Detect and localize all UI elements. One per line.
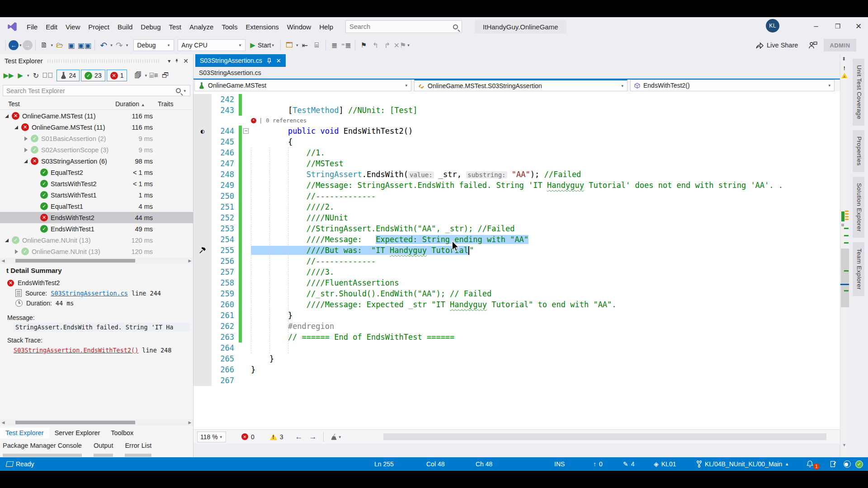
menu-extensions[interactable]: Extensions: [241, 21, 283, 33]
class-dropdown[interactable]: OnlineGame.MSTest.S03StringAssertion ▾: [414, 80, 627, 91]
test-explorer-search-input[interactable]: Search Test Explorer ▾: [3, 85, 190, 96]
column-duration[interactable]: Duration ▲: [115, 100, 145, 108]
scrollbar-thumb[interactable]: [15, 259, 135, 263]
save-all-icon[interactable]: ▣▣: [78, 39, 91, 51]
navigate-backward-icon[interactable]: ←: [295, 432, 303, 441]
cancel-run-icon[interactable]: ▶⃠: [42, 70, 53, 81]
search-icon[interactable]: [176, 88, 181, 93]
expander-icon[interactable]: [23, 160, 29, 163]
test-tree-row[interactable]: ✓EndsWithTest149 ms: [0, 223, 193, 235]
bottom-tab-toolbox[interactable]: Toolbox: [105, 427, 139, 438]
side-tab-solution-explorer[interactable]: Solution Explorer: [853, 177, 864, 238]
code-text[interactable]: ////3.: [251, 267, 334, 277]
open-file-icon[interactable]: 🗁: [54, 39, 65, 51]
side-tab-properties[interactable]: Properties: [853, 130, 864, 172]
branch-indicator[interactable]: KL/04B_NUnit_KL/00_Main ▲: [696, 457, 789, 471]
test-tree-row[interactable]: ✕OnlineGame.MSTest (11)116 ms: [0, 122, 193, 133]
scroll-left-icon[interactable]: ◀: [0, 258, 6, 263]
code-text[interactable]: }: [251, 310, 292, 321]
find-caret-icon[interactable]: ▾: [296, 43, 298, 47]
test-tree-row[interactable]: ✕OnlineGame.MSTest (11)116 ms: [0, 110, 193, 122]
navigate-back-icon[interactable]: ←: [9, 40, 19, 50]
pending-changes[interactable]: ✎ 4: [623, 457, 635, 471]
code-line[interactable]: 256 //-------------: [193, 256, 840, 267]
restore-button[interactable]: ❐: [827, 17, 848, 35]
menu-help[interactable]: Help: [315, 21, 337, 33]
code-line[interactable]: 246 //1.: [193, 147, 840, 158]
fold-margin[interactable]: −: [242, 126, 251, 136]
column-indicator[interactable]: Col 48: [426, 457, 444, 471]
code-line[interactable]: 260 ////Message: Expected _str "IT Handy…: [193, 299, 840, 310]
scroll-down-icon[interactable]: ▼: [842, 443, 846, 447]
run-caret-icon[interactable]: ▾: [27, 73, 29, 78]
code-text[interactable]: }: [251, 353, 274, 364]
live-share-button[interactable]: Live Share: [756, 42, 798, 49]
code-line[interactable]: 252 ////NUnit: [193, 212, 840, 223]
close-panel-icon[interactable]: ✕: [183, 57, 189, 65]
menu-edit[interactable]: Edit: [42, 21, 61, 33]
code-line[interactable]: 251 ////2.: [193, 202, 840, 212]
zoom-dropdown[interactable]: 118 % ▾: [197, 432, 226, 442]
close-tab-icon[interactable]: ✕: [276, 57, 281, 64]
code-line[interactable]: 261 }: [193, 310, 840, 321]
column-test[interactable]: Test: [8, 100, 20, 108]
back-caret-icon[interactable]: ▾: [19, 43, 22, 47]
side-tab-team-explorer[interactable]: Team Explorer: [853, 242, 864, 296]
autohide-tab-package-manager-console[interactable]: Package Manager Console: [3, 442, 82, 451]
code-line[interactable]: 258 ////FluentAssertions: [193, 277, 840, 288]
scroll-up-icon[interactable]: ▲: [842, 74, 846, 79]
run-all-tests-icon[interactable]: ▶▶: [3, 70, 14, 81]
line-indicator[interactable]: Ln 255: [374, 457, 394, 471]
member-dropdown[interactable]: EndsWithTest2() ▾: [630, 80, 835, 91]
code-text[interactable]: ////Message: Expected: String ending wit…: [251, 234, 528, 245]
code-line[interactable]: 267: [193, 375, 840, 386]
feedback-person-icon[interactable]: [808, 41, 817, 49]
code-text[interactable]: {: [251, 136, 292, 147]
test-tree-row[interactable]: ✓S01BasicAssertion (2)9 ms: [0, 133, 193, 144]
pin-icon[interactable]: 🖈: [174, 58, 179, 64]
run-test-icon[interactable]: ▶: [15, 70, 26, 81]
comment-icon[interactable]: ⁼≣: [341, 39, 352, 51]
code-line[interactable]: 249 //Message: StringAssert.EndsWith fai…: [193, 180, 840, 191]
find-in-files-icon[interactable]: 🗔: [284, 39, 295, 51]
layers-icon[interactable]: 🗗: [160, 70, 171, 81]
prev-bookmark-icon[interactable]: ↰: [370, 39, 381, 51]
test-tree-row[interactable]: ✕S03StringAssertion (6)98 ms: [0, 155, 193, 167]
playlist-caret-icon[interactable]: ▾: [145, 73, 147, 78]
indent-icon[interactable]: ≣: [329, 39, 340, 51]
document-tab[interactable]: S03StringAssertion.cs ✕: [195, 54, 286, 67]
cleanup-caret-icon[interactable]: ▾: [339, 435, 341, 439]
expander-icon[interactable]: [4, 239, 10, 242]
clear-bookmarks-icon[interactable]: ✕⚑: [394, 39, 406, 51]
code-line[interactable]: 253 //StringAssert.EndsWith("AA", _str);…: [193, 223, 840, 234]
menu-build[interactable]: Build: [113, 21, 137, 33]
bookmark-icon[interactable]: ⚑: [359, 39, 369, 51]
collapse-icon[interactable]: −: [243, 128, 249, 134]
bottom-tab-server-explorer[interactable]: Server Explorer: [49, 427, 106, 438]
search-input[interactable]: Search: [345, 20, 462, 33]
test-tree-row[interactable]: ✕EndsWithTest244 ms: [0, 212, 193, 223]
code-line[interactable]: 262 #endregion: [193, 321, 840, 332]
start-debug-button[interactable]: ▶ Start ▾: [250, 41, 275, 49]
source-link[interactable]: S03StringAssertion.cs: [51, 290, 128, 297]
passed-tests-filter[interactable]: ✓ 23: [81, 70, 105, 81]
sync-status[interactable]: ✓: [855, 457, 863, 471]
code-text[interactable]: ////But was: "IT Handyguy Tutorial": [251, 245, 474, 256]
admin-button[interactable]: ADMIN: [824, 39, 856, 52]
redo-icon[interactable]: ↷: [114, 39, 125, 51]
pin-icon[interactable]: [267, 58, 272, 64]
expander-icon[interactable]: [23, 136, 29, 141]
expander-icon[interactable]: [4, 114, 10, 118]
autohide-tab-output[interactable]: Output: [94, 442, 113, 451]
code-line[interactable]: ◐244− public void EndsWithTest2(): [193, 126, 840, 136]
code-line[interactable]: 242: [193, 94, 840, 105]
failed-tests-filter[interactable]: ✕ 1: [107, 70, 127, 81]
horizontal-scrollbar-thumb[interactable]: [383, 433, 826, 440]
test-tree-row[interactable]: ✓OnlineGame.NUnit (13)120 ms: [0, 235, 193, 246]
configuration-dropdown[interactable]: Debug ▾: [133, 39, 174, 51]
scroll-right-icon[interactable]: ▶: [187, 258, 193, 263]
code-text[interactable]: ////2.: [251, 202, 334, 212]
next-bookmark-icon[interactable]: ↱: [382, 39, 393, 51]
code-line[interactable]: 250 //-------------: [193, 191, 840, 202]
panel-drag-grip[interactable]: [47, 59, 160, 63]
